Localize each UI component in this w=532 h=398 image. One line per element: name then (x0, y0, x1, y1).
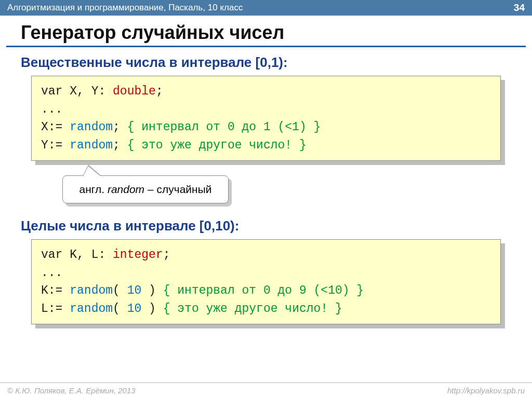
paren-open: ( (113, 284, 120, 297)
keyword-var: var (41, 248, 62, 262)
paren-close: ) (149, 302, 156, 315)
code-line: ... (41, 264, 491, 282)
identifiers: K, L: (62, 248, 113, 262)
semicolon: ; (113, 139, 120, 152)
code-line: Y:= random; { это уже другое число! } (41, 136, 491, 155)
func-random: random (70, 120, 113, 134)
assign-lhs: X:= (41, 120, 70, 134)
code-line: L:= random( 10 ) { это уже другое число!… (41, 300, 491, 318)
title-underline (6, 46, 526, 47)
assign-lhs: L:= (41, 302, 70, 315)
section-heading-real: Вещественные числа в интервале [0,1): (21, 54, 511, 71)
semicolon: ; (113, 120, 120, 134)
assign-lhs: K:= (41, 284, 70, 297)
note-box: англ. random – случайный (62, 175, 229, 203)
code-line: ... (41, 101, 491, 119)
note-prefix: англ. (79, 183, 108, 195)
comment: { это уже другое число! } (156, 302, 342, 315)
copyright: © К.Ю. Поляков, Е.А. Ерёмин, 2013 (7, 386, 136, 395)
code-line: var X, Y: double; (41, 83, 491, 101)
note-callout: англ. random – случайный (62, 175, 229, 203)
code-line: X:= random; { интервал от 0 до 1 (<1) } (41, 118, 491, 136)
type-double: double (113, 85, 156, 98)
comment: { интервал от 0 до 1 (<1) } (120, 120, 321, 134)
footer: © К.Ю. Поляков, Е.А. Ерёмин, 2013 http:/… (0, 382, 532, 398)
comment: { интервал от 0 до 9 (<10) } (156, 284, 364, 297)
type-integer: integer (113, 248, 163, 262)
header-bar: Алгоритмизация и программирование, Паска… (0, 0, 532, 16)
comment: { это уже другое число! } (120, 139, 307, 152)
code-box: var X, Y: double; ... X:= random; { инте… (31, 76, 501, 161)
paren-close: ) (149, 284, 156, 297)
number-literal: 10 (120, 302, 149, 315)
code-line: K:= random( 10 ) { интервал от 0 до 9 (<… (41, 282, 491, 300)
code-block-int: var K, L: integer; ... K:= random( 10 ) … (31, 239, 501, 324)
number-literal: 10 (120, 284, 149, 297)
footer-url: http://kpolyakov.spb.ru (447, 386, 525, 395)
note-suffix: – случайный (144, 183, 211, 195)
semicolon: ; (156, 85, 163, 98)
code-block-real: var X, Y: double; ... X:= random; { инте… (31, 76, 501, 161)
paren-open: ( (113, 302, 120, 315)
page-number: 34 (514, 2, 525, 13)
callout-tail (83, 166, 101, 176)
breadcrumb: Алгоритмизация и программирование, Паска… (7, 3, 243, 13)
code-box: var K, L: integer; ... K:= random( 10 ) … (31, 239, 501, 324)
semicolon: ; (163, 248, 170, 262)
func-random: random (70, 302, 113, 315)
identifiers: X, Y: (62, 85, 113, 98)
code-line: var K, L: integer; (41, 246, 491, 264)
func-random: random (70, 284, 113, 297)
func-random: random (70, 139, 113, 152)
assign-lhs: Y:= (41, 139, 70, 152)
note-word: random (108, 183, 144, 195)
page-title: Генератор случайных чисел (0, 16, 532, 46)
section-heading-int: Целые числа в интервале [0,10): (21, 218, 511, 234)
keyword-var: var (41, 85, 62, 98)
